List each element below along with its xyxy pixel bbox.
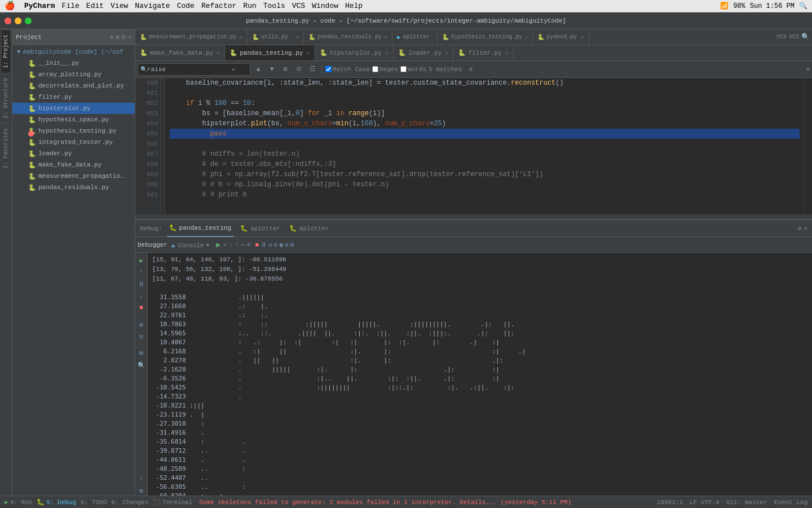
tree-root[interactable]: ▼ AmbiguityCode [code] (~/sof — [12, 46, 135, 58]
menu-navigate[interactable]: Navigate — [135, 2, 170, 10]
tree-item-init[interactable]: 🐍 __init__.py — [12, 58, 135, 69]
tab-close-ht[interactable]: ✕ — [524, 34, 528, 41]
subtab-console[interactable]: ▶ Console ▼ — [170, 237, 211, 254]
search-next-button[interactable]: ▼ — [266, 64, 277, 75]
step-over-icon[interactable]: ↷ — [223, 241, 227, 248]
frames-icon[interactable]: ⊞ — [290, 241, 294, 248]
tab-hipsterplot[interactable]: 🐍 hipsterplot.py ✕ — [315, 45, 394, 60]
menu-edit[interactable]: Edit — [86, 2, 104, 10]
menu-code[interactable]: Code — [177, 2, 195, 10]
settings-icon-debug[interactable]: ⚙ — [798, 225, 802, 232]
tree-item-decorrelate[interactable]: 🐍 decorrelate_and_plot.py — [12, 80, 135, 91]
debug-up-icon[interactable]: ↑ — [136, 267, 147, 277]
tab-close-pydevd[interactable]: ✕ — [581, 34, 584, 41]
tab-close-mfd[interactable]: ✕ — [217, 50, 220, 56]
debug-thread-icon[interactable]: ⊞ — [136, 319, 147, 330]
status-tab-debug[interactable]: 🐛 5: Debug — [37, 498, 76, 506]
bottom-tab-aplotter-2[interactable]: 🐛 aplotter — [287, 220, 332, 237]
search-clear-icon[interactable]: ✕ — [232, 66, 235, 73]
tab-filter[interactable]: 🐍 filter.py ✕ — [453, 45, 513, 60]
close-panel-icon[interactable]: ✕ — [804, 225, 807, 232]
tree-item-measurement[interactable]: 🐍 measurement_propagatio… — [12, 170, 135, 182]
subtab-debugger[interactable]: Debugger — [135, 237, 170, 254]
regex-checkbox[interactable] — [372, 66, 378, 72]
search-settings-icon[interactable]: ⚙ — [469, 65, 473, 73]
settings-icon[interactable]: ⚙ — [110, 33, 114, 41]
match-case-checkbox[interactable] — [325, 66, 332, 72]
menu-refactor[interactable]: Refactor — [201, 2, 236, 10]
step-into-icon[interactable]: ↓ — [229, 242, 233, 248]
tab-pandas-testing[interactable]: 🐍 pandas_testing.py ✕ — [225, 45, 315, 60]
mute-bp-icon[interactable]: ⊘ — [274, 241, 278, 248]
tree-item-hyp-space[interactable]: 🐍 hypothesis_space.py — [12, 114, 135, 125]
debug-down-icon[interactable]: ↓ — [136, 291, 147, 301]
bottom-tab-aplotter-1[interactable]: 🐛 aplotter — [238, 220, 283, 237]
tab-aplotter-1[interactable]: ▶ aplotter — [392, 29, 438, 45]
tab-close-mp[interactable]: ✕ — [239, 34, 242, 41]
tab-pydevd[interactable]: 🐍 pydevd.py ✕ — [533, 29, 589, 45]
debug-stop-icon[interactable]: ■ — [136, 303, 147, 313]
menu-help[interactable]: Help — [345, 2, 363, 10]
tab-hyp-testing[interactable]: 🐍 hypothesis_testing.py ✕ — [438, 29, 533, 45]
menu-run[interactable]: Run — [243, 2, 256, 10]
words-checkbox[interactable] — [400, 66, 407, 72]
restart-icon[interactable]: ↺ — [268, 241, 272, 248]
debug-watch-icon[interactable]: 👁 — [136, 348, 147, 358]
resume-icon[interactable]: ▶ — [216, 240, 220, 249]
menu-tools[interactable]: Tools — [263, 2, 285, 10]
search-input[interactable] — [147, 66, 232, 73]
pause-icon[interactable]: ⏸ — [261, 241, 267, 248]
horizontal-scrollbar[interactable] — [135, 214, 812, 219]
bottom-tab-pandas[interactable]: 🐛 pandas_testing — [167, 220, 233, 237]
evaluate-icon[interactable]: ≡ — [247, 242, 251, 248]
search-multiline-button[interactable]: ⊞ — [280, 64, 291, 75]
tree-item-integrated[interactable]: 🐍 integrated_tester.py — [12, 137, 135, 148]
run-to-cursor-icon[interactable]: ⇒ — [241, 241, 245, 248]
settings-debug-icon[interactable]: ⚙ — [285, 241, 289, 248]
view-bp-icon[interactable]: ◉ — [279, 241, 283, 248]
menu-view[interactable]: View — [111, 2, 128, 10]
tree-item-pandas-res[interactable]: 🐍 pandas_residuals.py — [12, 182, 135, 193]
tab-close-pr[interactable]: ✕ — [384, 34, 387, 41]
status-tab-changes[interactable]: 9: Changes — [111, 498, 148, 506]
search-close-icon[interactable]: ✕ — [806, 65, 810, 73]
tab-close-flt[interactable]: ✕ — [505, 50, 509, 56]
status-tab-terminal[interactable]: ⬛ Terminal — [153, 498, 192, 506]
tree-item-filter[interactable]: 🐍 filter.py — [12, 91, 135, 103]
search-prev-button[interactable]: ▲ — [253, 64, 264, 75]
words-option[interactable]: Words — [400, 66, 426, 73]
tab-close-hp[interactable]: ✕ — [385, 50, 389, 56]
tab-measurement-propagation[interactable]: 🐍 measurement_propagation.py ✕ — [135, 29, 248, 45]
vtab-project[interactable]: 1: Project — [2, 29, 10, 73]
debug-bottom-icon[interactable]: ⊞ — [136, 485, 147, 496]
more-icon[interactable]: ⋯ — [127, 33, 131, 41]
tab-utils[interactable]: 🐍 utils.py ✕ — [248, 29, 304, 45]
tree-item-make-fake[interactable]: 🐍 make_fake_data.py — [12, 159, 135, 170]
match-case-option[interactable]: Match Case — [325, 66, 370, 73]
search-icon[interactable]: 🔍 — [799, 2, 807, 10]
tab-close-ldr[interactable]: ✕ — [445, 50, 448, 56]
tree-item-loader[interactable]: 🐍 loader.py — [12, 148, 135, 159]
debug-play-icon[interactable]: ▶ — [136, 255, 147, 265]
event-log[interactable]: Event Log — [774, 499, 807, 506]
debug-frames-sidebar-icon[interactable]: ⊟ — [136, 331, 147, 341]
menu-vcs[interactable]: VCS — [292, 2, 305, 10]
fullscreen-button[interactable] — [25, 17, 32, 24]
tab-close-pt[interactable]: ✕ — [306, 50, 310, 56]
status-tab-run[interactable]: ▶ 4: Run — [5, 498, 32, 506]
close-button[interactable] — [5, 17, 11, 24]
regex-option[interactable]: Regex — [372, 66, 398, 73]
tab-loader[interactable]: 🐍 loader.py ✕ — [394, 45, 453, 60]
tree-item-array[interactable]: 🐍 array_plotting.py — [12, 69, 135, 80]
search-files-icon[interactable]: 🔍 — [801, 33, 810, 41]
debug-inspect-icon[interactable]: 🔍 — [136, 360, 147, 370]
debug-restore-icon[interactable]: ↕ — [136, 474, 147, 484]
search-options-button[interactable]: ☰ — [307, 64, 318, 75]
step-out-icon[interactable]: ↑ — [235, 242, 239, 248]
vtab-favorites[interactable]: 2: Favorites — [2, 123, 10, 173]
collapse-icon[interactable]: ⊟ — [122, 33, 126, 41]
search-expand-button[interactable]: ⊟ — [293, 64, 304, 75]
stop-icon[interactable]: ■ — [255, 242, 259, 248]
expand-icon[interactable]: ⊞ — [116, 33, 120, 41]
status-tab-todo[interactable]: 6: TODO — [81, 498, 107, 506]
